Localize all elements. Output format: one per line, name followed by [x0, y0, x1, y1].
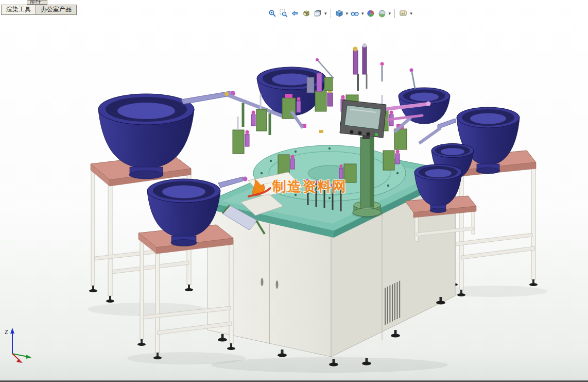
- view-orientation-button[interactable]: [313, 8, 323, 19]
- view-settings-button[interactable]: [398, 8, 408, 19]
- hide-show-items-icon: [351, 9, 359, 18]
- machine-3d-model: [0, 0, 588, 382]
- display-style-button[interactable]: [334, 8, 344, 19]
- graphics-area[interactable]: [0, 0, 588, 382]
- display-style-icon: [335, 9, 343, 18]
- zoom-to-fit-icon: [268, 9, 276, 18]
- view-orientation-icon: [314, 9, 322, 18]
- hide-show-items-button[interactable]: [350, 8, 360, 19]
- hmi-screen: [344, 105, 381, 129]
- view-settings-dropdown[interactable]: ▾: [409, 11, 413, 16]
- z-axis-arrow: [10, 328, 14, 334]
- apply-scene-dropdown[interactable]: ▾: [388, 11, 392, 16]
- edit-appearance-button[interactable]: [366, 8, 376, 19]
- view-orientation-dropdown[interactable]: ▾: [324, 11, 327, 16]
- section-view-icon: [302, 9, 310, 18]
- hide-show-items-dropdown[interactable]: ▾: [361, 11, 365, 16]
- overflow-command-tab[interactable]: 部件: [27, 0, 47, 5]
- display-style-dropdown[interactable]: ▾: [345, 11, 349, 16]
- previous-view-button[interactable]: [290, 8, 300, 19]
- overflow-tab-label: 部件: [27, 0, 47, 5]
- edit-appearance-icon: [367, 9, 375, 18]
- toolbar-separator: [394, 9, 395, 18]
- orientation-triad: Z: [2, 325, 38, 366]
- tab-office-products-label: 办公室产品: [41, 6, 72, 13]
- heads-up-view-toolbar: ▾ ▾ ▾ ▾: [267, 8, 413, 19]
- previous-view-icon: [291, 9, 299, 18]
- tab-render-tools[interactable]: 渲染工具: [1, 5, 36, 15]
- triad-z-label: Z: [5, 329, 8, 335]
- section-view-button[interactable]: [301, 8, 312, 19]
- toolbar-separator: [331, 9, 331, 18]
- zoom-to-fit-button[interactable]: [267, 8, 278, 19]
- x-axis-arrow: [26, 355, 31, 359]
- vent-grille: [385, 281, 400, 325]
- zoom-to-area-icon: [280, 9, 288, 18]
- tab-office-products[interactable]: 办公室产品: [36, 5, 77, 15]
- apply-scene-button[interactable]: [377, 8, 387, 19]
- command-tab-strip: 渲染工具 办公室产品: [1, 5, 77, 15]
- view-settings-icon: [399, 9, 407, 18]
- zoom-to-area-button[interactable]: [279, 8, 289, 19]
- apply-scene-icon: [378, 9, 386, 18]
- y-axis-arrow: [16, 359, 23, 363]
- tab-render-tools-label: 渲染工具: [6, 6, 31, 13]
